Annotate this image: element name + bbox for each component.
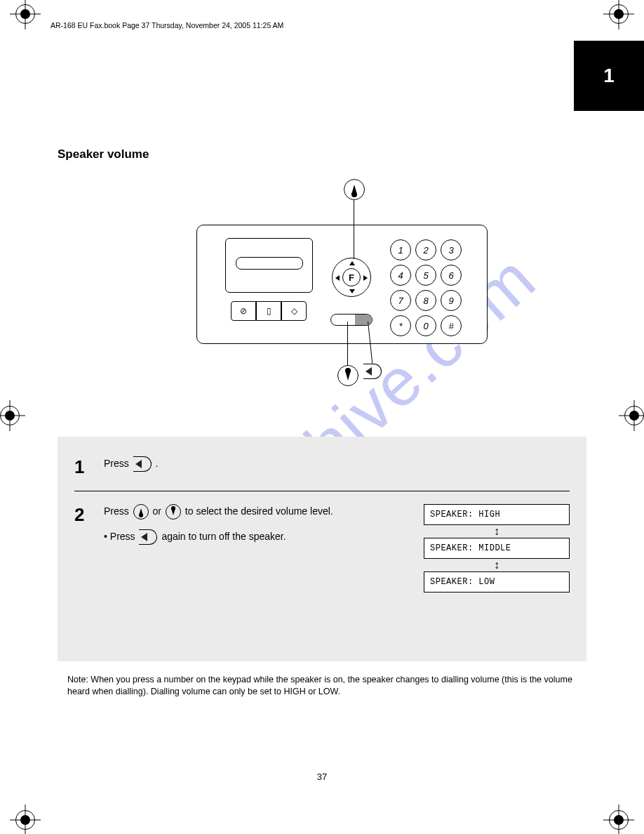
- step-note: Press: [110, 531, 135, 542]
- step-note: again to turn off the speaker.: [161, 531, 286, 542]
- regmark-icon: [0, 400, 25, 431]
- chapter-number-box: 1: [574, 41, 644, 111]
- dpad: F: [332, 258, 371, 297]
- regmark-icon: [10, 0, 41, 29]
- arrow-down-icon: [349, 289, 355, 293]
- callout-down-arrow: [337, 365, 358, 386]
- step-text: .: [156, 458, 159, 469]
- step-2: 2 Press or to select the desired volume …: [74, 491, 570, 605]
- regmark-icon: [603, 805, 634, 834]
- dpad-center-button: F: [342, 268, 361, 286]
- numeric-keypad: 1 2 3 4 5 6 7 8 9 * 0 #: [390, 239, 467, 336]
- lcd-readout: SPEAKER: MIDDLE: [424, 538, 570, 559]
- regmark-icon: [619, 400, 644, 431]
- steps-panel: 1 Press . 2 Press or to select the desir…: [58, 437, 586, 661]
- lcd-panel: [225, 238, 313, 293]
- speaker-icon: [363, 364, 382, 379]
- callout-up-arrow: [344, 179, 365, 200]
- speaker-icon: [133, 456, 152, 472]
- lcd-readout: SPEAKER: LOW: [424, 571, 570, 593]
- keypad-key: *: [390, 315, 411, 336]
- step-text: Press: [104, 458, 129, 469]
- arrow-up-icon: [133, 504, 149, 519]
- step-number: 2: [74, 504, 95, 593]
- regmark-icon: [603, 0, 634, 29]
- updown-arrow-icon: ↕: [424, 525, 570, 538]
- section-heading: Speaker volume: [58, 147, 149, 161]
- lcd-window: [236, 257, 303, 270]
- speaker-icon: [139, 529, 157, 545]
- keypad-key: 4: [390, 265, 411, 286]
- button-row: ⊘ ▯ ◇: [231, 301, 307, 321]
- callout-speaker: [363, 364, 382, 379]
- arrow-left-icon: [335, 275, 340, 281]
- keypad-key: 1: [390, 239, 411, 260]
- lcd-readout: SPEAKER: HIGH: [424, 504, 570, 525]
- updown-arrow-icon: ↕: [424, 559, 570, 571]
- copy-button-icon: ▯: [256, 301, 281, 321]
- footnote: Note: When you press a number on the key…: [67, 674, 572, 698]
- arrow-down-icon: [166, 504, 181, 519]
- step-text: or: [153, 505, 161, 517]
- step-number: 1: [74, 456, 95, 478]
- keypad-key: 9: [441, 290, 462, 311]
- keypad-key: #: [441, 315, 462, 336]
- keypad-key: 0: [415, 315, 436, 336]
- step-text: Press: [104, 505, 129, 517]
- print-timestamp: AR-168 EU Fax.book Page 37 Thursday, Nov…: [51, 21, 283, 29]
- keypad-key: 2: [415, 239, 436, 260]
- regmark-icon: [10, 805, 41, 834]
- step-1: 1 Press .: [74, 449, 570, 491]
- arrow-up-icon: [349, 261, 355, 265]
- step-text: to select the desired volume level.: [185, 505, 333, 517]
- keypad-key: 8: [415, 290, 436, 311]
- start-button-icon: ◇: [281, 301, 307, 321]
- keypad-key: 7: [390, 290, 411, 311]
- keypad-key: 5: [415, 265, 436, 286]
- keypad-key: 6: [441, 265, 462, 286]
- page-number: 37: [0, 772, 644, 782]
- arrow-right-icon: [363, 275, 368, 281]
- keypad-key: 3: [441, 239, 462, 260]
- speaker-button: [330, 314, 373, 326]
- lcd-examples: SPEAKER: HIGH ↕ SPEAKER: MIDDLE ↕ SPEAKE…: [415, 504, 570, 593]
- device-illustration: ⊘ ▯ ◇ F 1 2 3 4 5 6 7 8 9 * 0 #: [196, 225, 488, 344]
- stop-button-icon: ⊘: [231, 301, 256, 321]
